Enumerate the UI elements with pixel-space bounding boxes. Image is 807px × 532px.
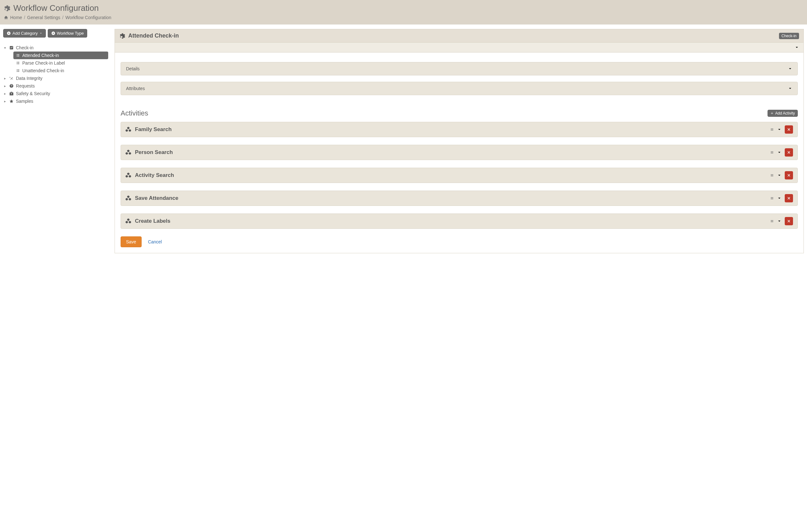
cubes-icon — [126, 218, 132, 224]
caret-right-icon: ▸ — [3, 76, 7, 80]
delete-activity-button[interactable] — [785, 125, 793, 134]
breadcrumb: Home / General Settings / Workflow Confi… — [4, 15, 803, 20]
panel-header: Attended Check-in Check-in — [115, 29, 804, 43]
workflow-panel: Attended Check-in Check-in Details Attri… — [115, 29, 804, 253]
tree-item-check-in[interactable]: ▾ Check-in — [3, 44, 108, 52]
plus-circle-icon — [7, 31, 11, 35]
activities-heading: Activities — [121, 109, 148, 117]
gears-icon — [4, 5, 11, 12]
list-icon — [15, 53, 20, 58]
activity-row: Save Attendance — [121, 191, 798, 206]
activity-title: Save Attendance — [135, 195, 178, 202]
activity-row: Family Search — [121, 122, 798, 137]
cubes-icon — [126, 172, 132, 178]
panel-subheader[interactable] — [115, 43, 804, 53]
tree-item-unattended-check-in[interactable]: Unattended Check-in — [13, 67, 108, 74]
expand-activity[interactable] — [777, 196, 782, 201]
breadcrumb-home[interactable]: Home — [10, 15, 22, 20]
activity-row: Activity Search — [121, 168, 798, 183]
add-category-button[interactable]: Add Category — [3, 29, 46, 38]
expand-activity[interactable] — [777, 127, 782, 132]
page-header: Workflow Configuration Home / General Se… — [0, 0, 807, 24]
cubes-icon — [126, 195, 132, 202]
activity-row: Person Search — [121, 145, 798, 160]
medkit-icon — [9, 91, 14, 96]
check-square-icon — [9, 45, 14, 50]
add-activity-button[interactable]: Add Activity — [768, 110, 798, 117]
save-button[interactable]: Save — [121, 236, 141, 247]
question-circle-icon — [9, 84, 14, 88]
delete-activity-button[interactable] — [785, 171, 793, 179]
workflow-type-button[interactable]: Workflow Type — [48, 29, 88, 38]
caret-right-icon: ▸ — [3, 84, 7, 88]
list-icon — [15, 61, 20, 65]
caret-down-icon: ▾ — [3, 46, 7, 50]
chevron-down-icon — [794, 45, 799, 50]
reorder-handle[interactable] — [770, 128, 774, 131]
home-icon — [4, 15, 8, 20]
tree-item-attended-check-in[interactable]: Attended Check-in — [13, 52, 108, 59]
breadcrumb-general[interactable]: General Settings — [27, 15, 60, 20]
activity-row: Create Labels — [121, 213, 798, 229]
panel-title-text: Attended Check-in — [128, 33, 179, 39]
category-badge: Check-in — [779, 33, 799, 39]
caret-right-icon: ▸ — [3, 99, 7, 103]
activity-title: Create Labels — [135, 218, 171, 224]
reorder-handle[interactable] — [770, 173, 774, 177]
reorder-handle[interactable] — [770, 219, 774, 223]
expand-activity[interactable] — [777, 150, 782, 155]
reorder-handle[interactable] — [770, 151, 774, 154]
expand-activity[interactable] — [777, 173, 782, 177]
tree-item-safety-security[interactable]: ▸ Safety & Security — [3, 90, 108, 97]
caret-right-icon: ▸ — [3, 92, 7, 96]
tree-item-samples[interactable]: ▸ Samples — [3, 97, 108, 105]
expand-activity[interactable] — [777, 219, 782, 223]
cubes-icon — [126, 126, 132, 133]
caret-down-icon — [39, 32, 42, 35]
page-title: Workflow Configuration — [4, 3, 803, 13]
magic-icon — [9, 76, 14, 80]
chevron-down-icon — [788, 86, 792, 91]
sidebar: Add Category Workflow Type ▾ Check-in At… — [3, 29, 108, 253]
tree-item-parse-check-in-label[interactable]: Parse Check-in Label — [13, 59, 108, 67]
activity-title: Person Search — [135, 149, 173, 156]
delete-activity-button[interactable] — [785, 194, 793, 202]
tree-item-requests[interactable]: ▸ Requests — [3, 82, 108, 90]
breadcrumb-current: Workflow Configuration — [65, 15, 111, 20]
delete-activity-button[interactable] — [785, 217, 793, 225]
cancel-link[interactable]: Cancel — [148, 239, 162, 244]
activity-title: Activity Search — [135, 172, 174, 178]
activity-title: Family Search — [135, 126, 172, 133]
accordion-attributes[interactable]: Attributes — [121, 82, 798, 95]
star-icon — [9, 99, 14, 103]
plus-circle-icon — [51, 31, 55, 35]
delete-activity-button[interactable] — [785, 148, 793, 156]
reorder-handle[interactable] — [770, 196, 774, 200]
accordion-details[interactable]: Details — [121, 62, 798, 75]
tree-item-data-integrity[interactable]: ▸ Data Integrity — [3, 74, 108, 82]
gears-icon — [119, 33, 126, 39]
chevron-down-icon — [788, 66, 792, 71]
plus-icon — [770, 112, 774, 115]
category-tree: ▾ Check-in Attended Check-in Parse Check… — [3, 44, 108, 105]
cubes-icon — [126, 149, 132, 156]
list-icon — [15, 69, 20, 73]
